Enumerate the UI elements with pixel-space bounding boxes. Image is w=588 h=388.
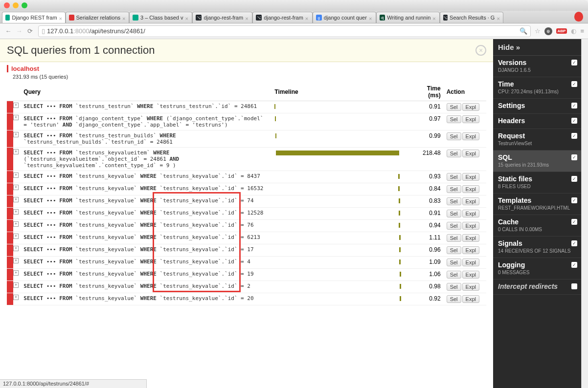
panel-checkbox[interactable]: ✓	[571, 262, 577, 268]
sel-button[interactable]: Sel	[447, 210, 461, 217]
expl-button[interactable]: Expl	[462, 283, 479, 291]
toolbar-panel-headers[interactable]: Headers✓	[493, 114, 581, 129]
expl-button[interactable]: Expl	[462, 132, 479, 140]
sel-button[interactable]: Sel	[447, 132, 461, 140]
toolbar-panel-static-files[interactable]: Static files8 files used✓	[493, 172, 581, 194]
expand-row-icon[interactable]: +	[13, 295, 19, 300]
toolbar-panel-logging[interactable]: Logging0 messages✓	[493, 258, 581, 280]
toolbar-panel-settings[interactable]: Settings✓	[493, 99, 581, 114]
sel-button[interactable]: Sel	[447, 259, 461, 266]
browser-tab[interactable]: Django REST fram	[2, 12, 66, 23]
browser-tab[interactable]: ⌥django-rest-fram	[192, 12, 252, 23]
panel-checkbox[interactable]: ✓	[571, 197, 577, 203]
expand-row-icon[interactable]: +	[13, 103, 19, 108]
expand-row-icon[interactable]: +	[13, 234, 19, 239]
star-icon[interactable]: ☆	[535, 27, 541, 35]
panel-close-icon[interactable]: ×	[475, 45, 486, 56]
browser-tab[interactable]: djWriting and runnin	[376, 12, 440, 23]
sel-button[interactable]: Sel	[447, 234, 461, 242]
scrollbar[interactable]	[581, 39, 588, 388]
panel-checkbox[interactable]: ✓	[571, 240, 577, 246]
toolbar-panel-cache[interactable]: Cache0 calls in 0.00ms✓	[493, 215, 581, 237]
sel-button[interactable]: Sel	[447, 115, 461, 123]
expl-button[interactable]: Expl	[462, 222, 479, 230]
hide-toolbar-button[interactable]: Hide »	[493, 39, 581, 56]
expl-button[interactable]: Expl	[462, 271, 479, 279]
expand-row-icon[interactable]: +	[13, 282, 19, 288]
expl-button[interactable]: Expl	[462, 103, 479, 111]
profile-avatar-icon[interactable]	[574, 12, 583, 22]
browser-tab[interactable]: ⌥django-rest-fram	[252, 12, 313, 23]
expand-row-icon[interactable]: +	[13, 115, 19, 120]
sel-button[interactable]: Sel	[447, 185, 461, 193]
toolbar-panel-sql[interactable]: SQL15 queries in 231.93ms✓	[493, 151, 581, 172]
expl-button[interactable]: Expl	[462, 185, 479, 193]
reload-button[interactable]: ⟳	[25, 27, 34, 36]
browser-tab[interactable]: gdjango count quer	[313, 12, 376, 23]
sel-button[interactable]: Sel	[447, 222, 461, 230]
toolbar-panel-templates[interactable]: Templatesrest_framework/api.html✓	[493, 194, 581, 215]
panel-checkbox[interactable]: ✓	[571, 81, 577, 87]
panel-checkbox[interactable]: ✓	[571, 60, 577, 65]
tab-close-icon[interactable]	[497, 16, 499, 20]
tab-close-icon[interactable]	[245, 16, 249, 20]
panel-checkbox[interactable]: ✓	[571, 103, 577, 108]
tab-close-icon[interactable]	[369, 16, 373, 20]
expl-button[interactable]: Expl	[462, 234, 479, 242]
panel-checkbox[interactable]	[571, 283, 577, 289]
expand-row-icon[interactable]: +	[13, 172, 19, 178]
sel-button[interactable]: Sel	[447, 150, 461, 157]
expl-button[interactable]: Expl	[462, 197, 479, 205]
sel-button[interactable]: Sel	[447, 197, 461, 205]
panel-checkbox[interactable]: ✓	[571, 154, 577, 160]
toolbar-panel-time[interactable]: TimeCPU: 270.24ms (491.13ms)✓	[493, 77, 581, 99]
tab-close-icon[interactable]	[432, 16, 436, 20]
expl-button[interactable]: Expl	[462, 173, 479, 181]
sel-button[interactable]: Sel	[447, 295, 461, 303]
tab-close-icon[interactable]	[122, 16, 126, 20]
expl-button[interactable]: Expl	[462, 150, 479, 157]
extension-icon[interactable]: ◐	[571, 27, 576, 35]
browser-tab[interactable]: 3 – Class based v	[129, 12, 192, 23]
toolbar-panel-versions[interactable]: VersionsDjango 1.6.5✓	[493, 56, 581, 77]
expand-row-icon[interactable]: +	[13, 258, 19, 263]
expl-button[interactable]: Expl	[462, 295, 479, 303]
expl-button[interactable]: Expl	[462, 259, 479, 266]
expand-row-icon[interactable]: +	[13, 197, 19, 202]
toolbar-panel-signals[interactable]: Signals14 receivers of 12 signals✓	[493, 237, 581, 258]
window-maximize-button[interactable]	[22, 2, 27, 8]
panel-checkbox[interactable]: ✓	[571, 133, 577, 139]
expl-button[interactable]: Expl	[462, 246, 479, 254]
expand-row-icon[interactable]: +	[13, 209, 19, 215]
sel-button[interactable]: Sel	[447, 173, 461, 181]
panel-checkbox[interactable]: ✓	[571, 219, 577, 225]
abp-icon[interactable]: ABP	[556, 28, 567, 34]
sel-button[interactable]: Sel	[447, 271, 461, 279]
tab-close-icon[interactable]	[305, 16, 309, 20]
sel-button[interactable]: Sel	[447, 283, 461, 291]
back-button[interactable]: ←	[4, 27, 13, 36]
window-close-button[interactable]	[4, 2, 10, 8]
panel-checkbox[interactable]: ✓	[571, 118, 577, 124]
sel-button[interactable]: Sel	[447, 246, 461, 254]
expand-row-icon[interactable]: +	[13, 221, 19, 227]
expand-row-icon[interactable]: +	[13, 149, 19, 154]
expl-button[interactable]: Expl	[462, 210, 479, 217]
tab-close-icon[interactable]	[59, 16, 62, 20]
sel-button[interactable]: Sel	[447, 103, 461, 111]
url-bar[interactable]: ▯ 127.0.0.1:8000/api/testruns/24861/ 🔍	[38, 25, 531, 37]
menu-icon[interactable]: ≡	[580, 27, 584, 35]
expl-button[interactable]: Expl	[462, 115, 479, 123]
browser-tab[interactable]: ⌥Search Results · G	[440, 12, 503, 23]
expand-row-icon[interactable]: +	[13, 270, 19, 276]
window-minimize-button[interactable]	[13, 2, 19, 8]
panel-checkbox[interactable]: ✓	[571, 176, 577, 182]
expand-row-icon[interactable]: +	[13, 132, 19, 137]
toolbar-panel-request[interactable]: RequestTestrunViewSet✓	[493, 129, 581, 151]
expand-row-icon[interactable]: +	[13, 185, 19, 190]
expand-row-icon[interactable]: +	[13, 246, 19, 251]
globe-icon[interactable]: ⊕	[544, 27, 552, 35]
tab-close-icon[interactable]	[185, 16, 189, 20]
search-icon[interactable]: 🔍	[520, 27, 527, 35]
browser-tab[interactable]: Serializer relations	[66, 12, 129, 23]
